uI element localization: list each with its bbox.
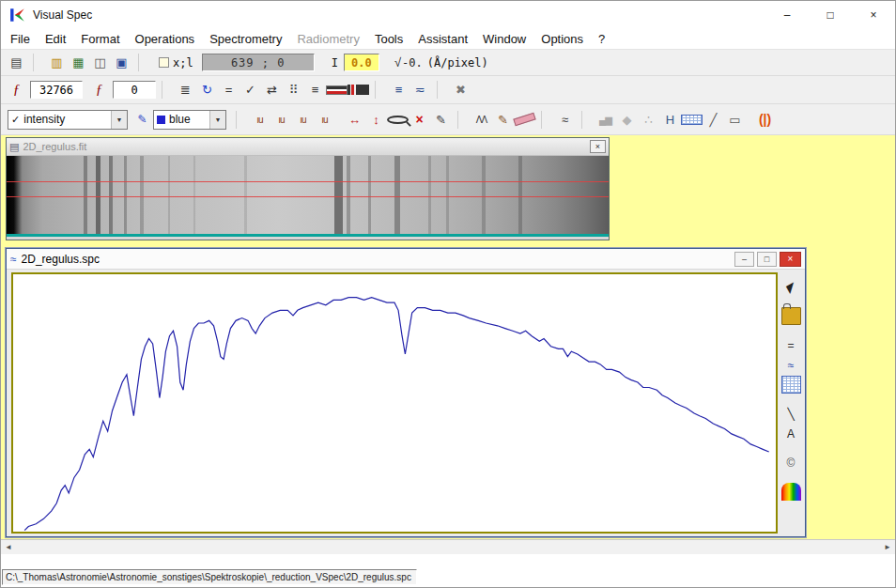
maximize-button[interactable]: □	[809, 1, 852, 29]
file-path-display: C:\_Thomas\Astronomie\Astronomie_sonstig…	[2, 569, 417, 585]
toolbar-sep	[33, 54, 42, 71]
grid-dots-icon[interactable]: ⠿	[283, 80, 304, 101]
spectrum-plot[interactable]	[11, 272, 778, 534]
open-image-icon[interactable]: ▥	[46, 53, 68, 73]
discard-icon[interactable]: ✖	[450, 80, 471, 101]
element-lines-4-icon[interactable]: ıu	[314, 109, 335, 130]
menu-help[interactable]: ?	[591, 29, 612, 50]
absorption-line	[244, 156, 247, 234]
coord-checkbox[interactable]	[159, 57, 169, 68]
spc-minimize-button[interactable]: –	[734, 252, 754, 267]
profile-chart-icon[interactable]: ≈	[781, 356, 801, 374]
spc-window-client: ◤=≈╲A©	[7, 270, 805, 536]
display-profile-icon[interactable]: ▤	[6, 53, 27, 73]
inspect-curve-icon[interactable]: ≈	[554, 109, 576, 130]
element-lines-3-icon[interactable]: ıu	[292, 109, 314, 130]
toolbar-sep	[236, 111, 245, 129]
menu-tools[interactable]: Tools	[367, 29, 410, 50]
spc-maximize-button[interactable]: □	[757, 252, 777, 267]
heliocentric-icon[interactable]: H	[659, 109, 681, 130]
edit-curve-icon[interactable]: ✎	[430, 109, 452, 130]
toolbar-gap	[746, 117, 754, 121]
absorption-line	[394, 156, 399, 234]
globe-icon[interactable]: ©	[781, 454, 801, 472]
histogram-icon[interactable]	[348, 85, 369, 95]
measure-peaks-icon[interactable]: ΛΛ	[471, 109, 492, 130]
spc-window-titlebar[interactable]: ≈ 2D_regulus.spc – □ ×	[7, 249, 805, 270]
toolbar-sep	[162, 81, 171, 99]
spc-close-button[interactable]: ×	[780, 252, 801, 267]
scroll-left-button[interactable]: ◄	[1, 540, 16, 554]
absorption-line	[446, 156, 449, 234]
menu-assistant[interactable]: Assistant	[410, 29, 475, 50]
equal-tool-icon[interactable]: =	[781, 336, 801, 354]
pixel-grid-icon[interactable]	[781, 376, 801, 394]
lock-icon[interactable]	[781, 307, 801, 325]
sound-play-icon[interactable]: (|)	[754, 109, 776, 130]
series-select[interactable]: ✓ intensity ▼	[8, 110, 128, 130]
delete-curve-icon[interactable]: ×	[409, 109, 430, 130]
spectrum-strip-image[interactable]	[7, 156, 609, 237]
coord-checkbox-label: x;l	[173, 56, 193, 70]
frame-icon[interactable]: ▭	[724, 109, 746, 130]
flux-max-icon[interactable]: ƒ	[6, 80, 27, 101]
stripes-flag-icon[interactable]	[326, 85, 348, 95]
resample-icon[interactable]: ≣	[175, 80, 196, 101]
overlay-a-icon[interactable]: ≡	[388, 80, 409, 101]
check-profile-icon[interactable]: ✓	[239, 80, 261, 101]
color-select-arrow-icon[interactable]: ▼	[209, 111, 225, 129]
data-table-icon[interactable]	[681, 115, 703, 125]
stretch-x-icon[interactable]: ↔	[344, 109, 365, 130]
line-draw-icon[interactable]: ╲	[781, 405, 801, 423]
menu-operations[interactable]: Operations	[128, 29, 203, 50]
flux-min-input[interactable]	[113, 81, 156, 99]
flux-max-input[interactable]	[30, 81, 83, 99]
absorption-line	[140, 156, 143, 234]
plot-side-toolbar: ◤=≈╲A©	[778, 272, 804, 534]
dispersion-unit: (Å/pixel)	[427, 56, 488, 70]
scroll-right-button[interactable]: ►	[880, 540, 895, 554]
overlay-b-icon[interactable]: ≂	[409, 80, 431, 101]
save-icon[interactable]: ▣	[111, 53, 132, 73]
element-lines-2-icon[interactable]: ıu	[270, 109, 292, 130]
search-object-icon[interactable]: ◫	[89, 53, 111, 73]
stretch-y-icon[interactable]: ↕	[365, 109, 387, 130]
curve-pen-icon[interactable]: ✎	[131, 109, 153, 130]
equalize-icon[interactable]: =	[218, 80, 239, 101]
menu-spectrometry[interactable]: Spectrometry	[202, 29, 289, 50]
text-tool-icon[interactable]: A	[781, 425, 801, 442]
spectrum-curve	[13, 274, 776, 532]
extraction-zone-line	[7, 181, 609, 182]
horizontal-scrollbar[interactable]: ◄ ►	[1, 539, 895, 554]
dispersion-icon: √	[394, 55, 401, 70]
fit-close-button[interactable]: ×	[590, 140, 606, 153]
pencil-icon[interactable]: ✎	[492, 109, 514, 130]
fit-window: ▤ 2D_regulus.fit ×	[6, 137, 610, 240]
calibrate-slope-icon[interactable]: ╱	[703, 109, 724, 130]
scrollbar-track[interactable]	[16, 540, 880, 554]
zoom-icon[interactable]	[387, 116, 409, 124]
fit-window-titlebar[interactable]: ▤ 2D_regulus.fit ×	[7, 138, 609, 156]
toolbar-gap	[335, 117, 344, 121]
list-lines-icon[interactable]: ≡	[304, 80, 326, 101]
palette-icon[interactable]	[781, 483, 801, 501]
pointer-icon[interactable]: ◤	[778, 274, 803, 300]
mirror-x-icon[interactable]: ⇄	[261, 80, 283, 101]
menu-edit[interactable]: Edit	[38, 29, 73, 50]
element-lines-1-icon[interactable]: ıu	[249, 109, 270, 130]
series-select-arrow-icon[interactable]: ▼	[111, 111, 127, 129]
menu-options[interactable]: Options	[533, 29, 591, 50]
open-profile-icon[interactable]: ▦	[68, 53, 89, 73]
intensity-display: 0.0	[344, 54, 379, 71]
color-swatch	[157, 116, 165, 124]
close-button[interactable]: ×	[852, 1, 895, 29]
flux-min-icon[interactable]: ƒ	[88, 80, 110, 101]
eraser-icon[interactable]	[513, 113, 535, 127]
menu-window[interactable]: Window	[475, 29, 533, 50]
menu-file[interactable]: File	[3, 29, 38, 50]
rotate-icon[interactable]: ↻	[196, 80, 218, 101]
color-select[interactable]: blue ▼	[153, 110, 226, 130]
window-controls: – □ ×	[765, 1, 895, 29]
menu-format[interactable]: Format	[73, 29, 127, 50]
minimize-button[interactable]: –	[765, 1, 809, 29]
